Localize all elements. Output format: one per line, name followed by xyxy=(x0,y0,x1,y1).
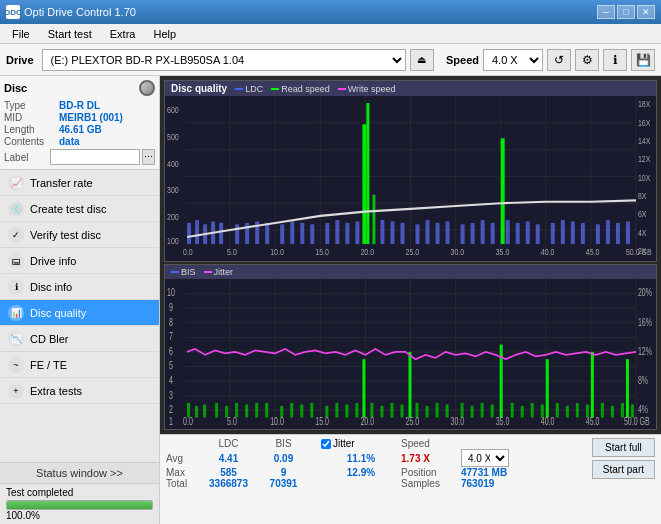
app-icon: ODC xyxy=(6,5,20,19)
drive-select[interactable]: (E:) PLEXTOR BD-R PX-LB950SA 1.04 xyxy=(42,49,406,71)
svg-rect-123 xyxy=(300,405,303,418)
svg-text:7: 7 xyxy=(169,331,173,343)
nav-disc-info[interactable]: ℹ Disc info xyxy=(0,274,159,300)
settings-button[interactable]: ⚙ xyxy=(575,49,599,71)
svg-text:50.0 GB: 50.0 GB xyxy=(626,246,652,258)
jitter-legend-dot xyxy=(204,271,212,273)
start-part-button[interactable]: Start part xyxy=(592,460,655,479)
close-button[interactable]: ✕ xyxy=(637,5,655,19)
sidebar: Disc Type BD-R DL MID MEIRB1 (001) Lengt… xyxy=(0,76,160,524)
menu-extra[interactable]: Extra xyxy=(102,26,144,42)
drive-label: Drive xyxy=(6,54,34,66)
nav-drive-info[interactable]: 🖴 Drive info xyxy=(0,248,159,274)
svg-rect-146 xyxy=(566,406,569,418)
svg-rect-41 xyxy=(436,223,440,244)
nav-cd-bler[interactable]: 📉 CD Bler xyxy=(0,326,159,352)
jitter-checkbox[interactable] xyxy=(321,439,331,449)
speed-select[interactable]: 4.0 X xyxy=(483,49,543,71)
info-button[interactable]: ℹ xyxy=(603,49,627,71)
avg-jitter: 11.1% xyxy=(321,449,401,467)
refresh-button[interactable]: ↺ xyxy=(547,49,571,71)
minimize-button[interactable]: ─ xyxy=(597,5,615,19)
svg-rect-109 xyxy=(215,403,218,418)
svg-rect-150 xyxy=(611,406,614,418)
svg-text:18X: 18X xyxy=(638,98,651,110)
svg-text:16X: 16X xyxy=(638,116,651,128)
svg-text:30.0: 30.0 xyxy=(451,416,465,425)
label-browse-button[interactable]: ⋯ xyxy=(142,149,155,165)
menu-help[interactable]: Help xyxy=(145,26,184,42)
max-label: Max xyxy=(166,467,201,478)
svg-text:50.0 GB: 50.0 GB xyxy=(624,416,650,425)
nav-verify-test-disc-label: Verify test disc xyxy=(30,229,101,241)
svg-text:8: 8 xyxy=(169,317,173,329)
stats-table-area: LDC BIS Jitter Speed xyxy=(166,438,584,489)
cd-bler-icon: 📉 xyxy=(8,331,24,347)
action-buttons: Start full Start part xyxy=(592,438,655,479)
svg-rect-38 xyxy=(400,223,404,244)
samples-label: Samples xyxy=(401,478,461,489)
svg-rect-40 xyxy=(426,220,430,244)
contents-value: data xyxy=(59,136,80,147)
svg-rect-31 xyxy=(325,223,329,244)
drive-info-icon: 🖴 xyxy=(8,253,24,269)
svg-rect-59 xyxy=(626,222,630,245)
menu-file[interactable]: File xyxy=(4,26,38,42)
nav-fe-te-label: FE / TE xyxy=(30,359,67,371)
svg-rect-114 xyxy=(362,359,365,417)
svg-rect-52 xyxy=(551,223,555,244)
mid-value: MEIRB1 (001) xyxy=(59,112,123,123)
nav-create-test-disc[interactable]: 💿 Create test disc xyxy=(0,196,159,222)
svg-rect-34 xyxy=(355,222,359,245)
svg-rect-142 xyxy=(521,406,524,418)
svg-text:16%: 16% xyxy=(638,317,652,329)
svg-text:5.0: 5.0 xyxy=(227,246,237,258)
menu-start-test[interactable]: Start test xyxy=(40,26,100,42)
svg-text:9: 9 xyxy=(169,302,173,314)
svg-rect-126 xyxy=(335,403,338,418)
status-text: Test completed xyxy=(6,487,73,498)
maximize-button[interactable]: □ xyxy=(617,5,635,19)
svg-text:45.0: 45.0 xyxy=(586,246,600,258)
nav-extra-tests[interactable]: + Extra tests xyxy=(0,378,159,404)
svg-text:30.0: 30.0 xyxy=(451,246,465,258)
start-full-button[interactable]: Start full xyxy=(592,438,655,457)
svg-text:200: 200 xyxy=(167,211,179,223)
bottom-chart-svg: 10 9 8 7 6 5 4 3 2 1 20% 16% 12% xyxy=(165,279,656,425)
svg-text:35.0: 35.0 xyxy=(496,246,510,258)
svg-text:500: 500 xyxy=(167,130,179,142)
svg-rect-20 xyxy=(219,223,223,244)
save-button[interactable]: 💾 xyxy=(631,49,655,71)
bottom-chart-inner: 10 9 8 7 6 5 4 3 2 1 20% 16% 12% xyxy=(165,279,656,425)
nav-fe-te[interactable]: ~ FE / TE xyxy=(0,352,159,378)
nav-disc-quality[interactable]: 📊 Disc quality xyxy=(0,300,159,326)
svg-rect-56 xyxy=(596,224,600,244)
svg-rect-136 xyxy=(446,405,449,418)
status-window-button[interactable]: Status window >> xyxy=(0,462,159,484)
chart-area: Disc quality LDC Read speed Write speed xyxy=(160,76,661,434)
svg-rect-43 xyxy=(461,224,465,244)
nav-cd-bler-label: CD Bler xyxy=(30,333,69,345)
nav-drive-info-label: Drive info xyxy=(30,255,76,267)
nav-extra-tests-label: Extra tests xyxy=(30,385,82,397)
svg-rect-55 xyxy=(581,223,585,244)
svg-rect-135 xyxy=(436,403,439,418)
main-content: Disc Type BD-R DL MID MEIRB1 (001) Lengt… xyxy=(0,76,661,524)
progress-bar xyxy=(6,500,153,510)
toolbar: Drive (E:) PLEXTOR BD-R PX-LB950SA 1.04 … xyxy=(0,44,661,76)
nav-transfer-rate[interactable]: 📈 Transfer rate xyxy=(0,170,159,196)
total-bis: 70391 xyxy=(256,478,311,489)
write-speed-legend-label: Write speed xyxy=(348,84,396,94)
svg-rect-132 xyxy=(400,405,403,418)
svg-text:4X: 4X xyxy=(638,226,647,238)
disc-panel-title: Disc xyxy=(4,82,27,94)
bottom-chart-panel: BIS Jitter xyxy=(164,264,657,430)
nav-verify-test-disc[interactable]: ✓ Verify test disc xyxy=(0,222,159,248)
fe-te-icon: ~ xyxy=(8,357,24,373)
svg-rect-149 xyxy=(601,403,604,418)
svg-rect-17 xyxy=(195,220,199,244)
eject-button[interactable]: ⏏ xyxy=(410,49,434,71)
avg-ldc: 4.41 xyxy=(201,449,256,467)
speed-dropdown-stats[interactable]: 4.0 X xyxy=(461,449,509,467)
label-input[interactable] xyxy=(50,149,140,165)
